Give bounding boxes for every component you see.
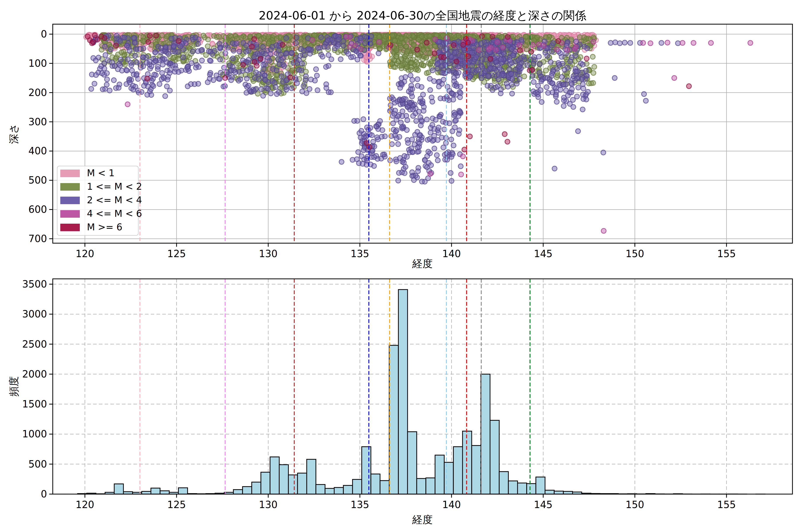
x-tick-label: 150: [626, 248, 644, 259]
x-tick-label: 150: [626, 499, 644, 510]
histogram-bar: [407, 432, 417, 494]
histogram-bar: [362, 446, 371, 494]
histogram-bar: [536, 477, 545, 494]
histogram-bar: [334, 488, 343, 494]
histogram-bar: [435, 455, 444, 494]
histogram-yaxis-label: 頻度: [8, 376, 20, 397]
legend-swatch: [60, 197, 80, 204]
histogram-bar: [233, 490, 243, 494]
histogram-bar: [343, 486, 353, 494]
histogram-bar: [417, 479, 426, 494]
histogram-bars: [78, 289, 765, 494]
y-tick-label: 700: [28, 233, 47, 244]
y-tick-label: 300: [28, 116, 47, 128]
y-tick-label: 200: [28, 87, 47, 98]
histogram-bar: [353, 479, 362, 494]
y-tick-label: 1500: [22, 398, 47, 410]
x-tick-label: 120: [76, 248, 94, 259]
y-tick-label: 400: [28, 145, 47, 156]
legend-label: M < 1: [87, 168, 115, 178]
x-tick-label: 120: [76, 499, 94, 510]
x-tick-label: 155: [717, 248, 736, 259]
legend-swatch: [60, 224, 80, 231]
y-tick-label: 1000: [22, 428, 47, 440]
histogram-bar: [371, 474, 380, 494]
histogram-bar: [141, 491, 151, 494]
y-tick-label: 600: [28, 204, 47, 215]
x-tick-label: 135: [351, 248, 369, 259]
legend-label: M >= 6: [87, 222, 122, 232]
histogram-bar: [178, 488, 188, 494]
x-tick-label: 130: [259, 499, 278, 510]
histogram-bar: [508, 481, 517, 494]
x-tick-label: 130: [259, 248, 278, 259]
histogram-bar: [499, 472, 508, 494]
histogram-bar: [252, 482, 261, 494]
histogram-bar: [243, 487, 252, 494]
histogram-bar: [389, 345, 398, 494]
legend-label: 2 <= M < 4: [87, 195, 142, 206]
histogram-bar: [307, 459, 316, 494]
histogram-gridlines: [53, 279, 793, 494]
scatter-yaxis-label: 深さ: [8, 123, 20, 144]
y-tick-label: 3000: [22, 308, 47, 320]
histogram-plot: 1201251301351401451501550500100015002000…: [8, 279, 793, 526]
histogram-bar: [554, 491, 563, 494]
x-tick-label: 125: [167, 499, 186, 510]
histogram-bar: [288, 475, 298, 494]
histogram-bar: [270, 457, 279, 494]
y-tick-label: 100: [28, 58, 47, 69]
x-tick-label: 140: [442, 248, 461, 259]
histogram-bar: [380, 480, 389, 494]
x-tick-label: 145: [534, 248, 553, 259]
histogram-bar: [527, 484, 536, 494]
histogram-bar: [481, 374, 490, 494]
histogram-bar: [444, 462, 453, 494]
plot-border: [53, 279, 793, 494]
scatter-xaxis-label: 経度: [412, 258, 433, 269]
y-tick-label: 2500: [22, 339, 47, 350]
histogram-bar: [472, 445, 481, 494]
histogram-bar: [151, 488, 160, 494]
histogram-bar: [564, 491, 573, 494]
x-tick-label: 140: [442, 499, 461, 510]
histogram-bar: [325, 488, 334, 494]
y-tick-label: 500: [28, 174, 47, 186]
legend-swatch: [60, 183, 80, 191]
y-tick-label: 2000: [22, 368, 47, 380]
histogram-bar: [261, 472, 270, 494]
x-tick-label: 145: [534, 499, 553, 510]
x-tick-label: 155: [717, 499, 736, 510]
x-tick-label: 125: [167, 248, 186, 259]
histogram-bar: [114, 484, 123, 494]
y-tick-label: 0: [41, 488, 47, 500]
histogram-bar: [316, 484, 325, 494]
histogram-xaxis-label: 経度: [412, 514, 433, 526]
earthquake-figure: 1201251301351401451501550100200300400500…: [0, 0, 798, 532]
histogram-bar: [453, 446, 462, 494]
x-tick-label: 135: [351, 499, 369, 510]
histogram-bar: [160, 491, 169, 494]
y-tick-label: 3500: [22, 279, 47, 290]
scatter-plot: 1201251301351401451501550100200300400500…: [8, 9, 793, 269]
magnitude-legend: M < 11 <= M < 22 <= M < 44 <= M < 6M >= …: [57, 166, 142, 235]
histogram-bar: [426, 478, 435, 494]
histogram-bar: [545, 490, 554, 494]
histogram-bar: [398, 289, 407, 494]
histogram-bar: [490, 420, 499, 494]
figure-title: 2024-06-01 から 2024-06-30の全国地震の経度と深さの関係: [259, 9, 586, 22]
histogram-bar: [463, 431, 472, 494]
legend-swatch: [60, 210, 80, 218]
scatter-points: [84, 32, 753, 233]
histogram-bar: [518, 483, 527, 494]
histogram-bar: [279, 464, 288, 494]
legend-label: 1 <= M < 2: [87, 181, 142, 192]
y-tick-label: 0: [41, 28, 47, 40]
legend-label: 4 <= M < 6: [87, 208, 142, 219]
histogram-bar: [298, 473, 307, 494]
legend-swatch: [60, 170, 80, 177]
y-tick-label: 500: [28, 458, 47, 470]
